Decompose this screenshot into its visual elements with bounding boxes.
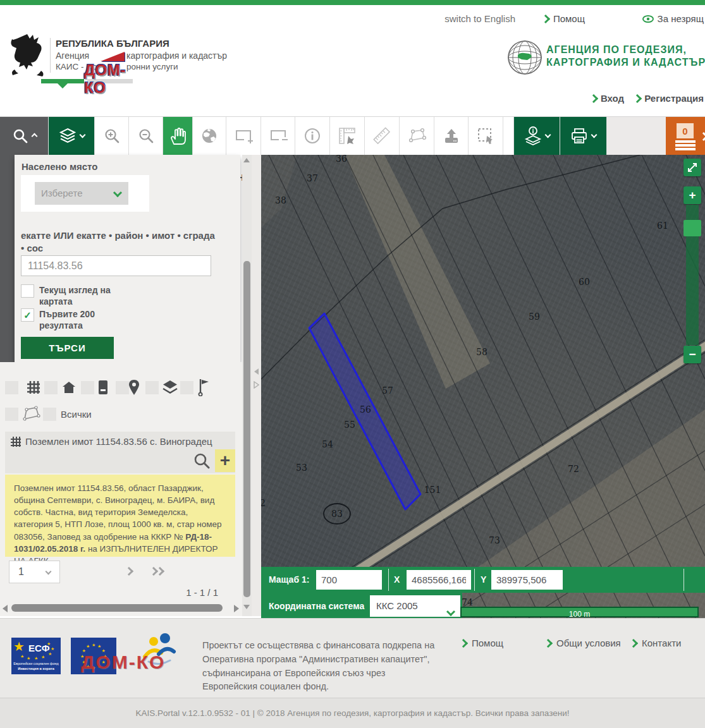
svg-text:151: 151 <box>424 485 441 495</box>
y-coordinate-input[interactable] <box>491 570 563 590</box>
polygon-icon <box>407 128 426 144</box>
page-select[interactable]: 1 <box>9 561 60 583</box>
help-link[interactable]: Помощ <box>543 13 585 25</box>
add-to-cart-button[interactable]: + <box>215 449 235 472</box>
filter-checkbox-layers[interactable] <box>145 381 159 394</box>
zoom-out-tool-button[interactable] <box>129 117 163 155</box>
scroll-up-arrow[interactable] <box>243 158 250 162</box>
register-label: Регистрация <box>644 93 704 104</box>
register-link[interactable]: Регистрация <box>634 93 704 104</box>
utility-bar: switch to English Помощ За незрящ <box>0 5 705 32</box>
chevron-down-icon <box>446 607 455 616</box>
zoom-box-in-tool-button[interactable] <box>226 117 261 155</box>
geodesy-globe-icon <box>507 40 543 75</box>
collapse-panel-arrow[interactable] <box>254 368 259 375</box>
switch-language-link[interactable]: switch to English <box>444 13 515 24</box>
search-tool-button[interactable] <box>0 117 49 155</box>
chevron-right-icon <box>629 639 638 648</box>
search-panel-edge <box>0 155 15 372</box>
zoom-box-out-tool-button[interactable] <box>261 117 295 155</box>
footer-help-link[interactable]: Помощ <box>460 638 503 649</box>
vertical-scrollbar-track[interactable] <box>242 155 252 616</box>
filter-checkbox-parcel[interactable] <box>5 381 18 394</box>
filter-checkbox-geodetic[interactable] <box>180 381 193 394</box>
print-tool-button[interactable] <box>560 117 607 155</box>
agency-logo-line1: АГЕНЦИЯ ПО ГЕОДЕЗИЯ, <box>546 44 687 56</box>
coordinate-system-bar: Координатна система ККС 2005 <box>261 593 462 618</box>
map-canvas[interactable]: 3637386160595857565554535215172737483 <box>261 155 705 618</box>
select-tool-button[interactable] <box>469 117 503 155</box>
last-page-icon-2[interactable] <box>156 567 164 576</box>
current-view-checkbox[interactable] <box>21 284 34 298</box>
zoom-out-icon <box>138 128 154 144</box>
fullscreen-icon <box>687 162 697 173</box>
map-overlay: 3637386160595857565554535215172737483 <box>261 155 705 618</box>
login-link[interactable]: Вход <box>591 93 624 104</box>
page-value: 1 <box>18 566 24 578</box>
measure-area-tool-button[interactable] <box>400 117 434 155</box>
search-panel: Населено място Изберете екатте ИЛИ екатт… <box>15 155 240 362</box>
expand-panel-arrow[interactable] <box>254 381 259 389</box>
accessibility-link[interactable]: За незрящ <box>642 13 704 25</box>
layers-tool-button[interactable] <box>49 117 95 155</box>
pan-tool-button[interactable] <box>163 117 193 155</box>
fullscreen-button[interactable] <box>684 159 701 176</box>
upload-tool-button[interactable] <box>434 117 469 155</box>
svg-text:38: 38 <box>275 195 286 205</box>
vertical-scrollbar-thumb[interactable] <box>243 261 250 597</box>
x-coordinate-input[interactable] <box>407 570 471 590</box>
map-scalebar: 100 m <box>460 607 699 617</box>
top-accent-strip <box>0 0 705 5</box>
scroll-down-arrow[interactable] <box>243 605 250 609</box>
help-label: Помощ <box>553 13 585 24</box>
results-panel: Всички Поземлен имот 11154.83.56 с. Вино… <box>0 362 242 616</box>
scale-ratio-prefix: 1: <box>302 574 309 585</box>
result-header-bar[interactable]: Поземлен имот 11154.83.56 с. Виноградец … <box>5 432 235 473</box>
measure-coordinates-tool-button[interactable] <box>330 117 365 155</box>
agency-logo-line2: КАРТОГРАФИЯ И КАДАСТЪР <box>546 57 705 68</box>
cart-button[interactable]: 0 <box>666 117 705 155</box>
horizontal-scrollbar-thumb[interactable] <box>11 604 223 612</box>
settlement-select[interactable]: Изберете <box>35 182 128 205</box>
zoom-slider-thumb[interactable] <box>684 220 701 236</box>
code-search-input[interactable] <box>21 255 211 276</box>
footer-project-text: Проектът се осъществява с финансовата по… <box>202 639 435 694</box>
filter-checkbox-polygon[interactable] <box>5 408 18 421</box>
world-extent-tool-button[interactable] <box>193 117 226 155</box>
info-tool-button[interactable] <box>295 117 330 155</box>
zoom-in-icon <box>104 128 120 144</box>
all-checkbox[interactable] <box>43 408 56 421</box>
domko-text: ДОМ-КО <box>84 61 133 97</box>
map-toolbar: 0 <box>0 117 705 155</box>
search-button[interactable]: ТЪРСИ <box>21 337 114 359</box>
footer-terms-link[interactable]: Общи условия <box>545 638 621 649</box>
chevron-right-icon <box>589 94 598 103</box>
zoom-in-map-button[interactable]: + <box>684 186 701 204</box>
first-200-checkbox[interactable] <box>21 308 34 322</box>
login-label: Вход <box>601 93 624 104</box>
filter-checkbox-building[interactable] <box>81 381 94 394</box>
cart-count-badge: 0 <box>682 126 687 136</box>
zoom-in-tool-button[interactable] <box>95 117 129 155</box>
zoom-to-result-icon[interactable] <box>193 452 210 469</box>
svg-text:56: 56 <box>360 404 371 415</box>
header: РЕПУБЛИКА БЪЛГАРИЯ Агенция картография и… <box>0 32 705 79</box>
footer-contacts-link[interactable]: Контакти <box>630 638 681 649</box>
corner-ruler-icon <box>338 127 356 145</box>
scale-label: Мащаб <box>269 574 299 585</box>
filter-checkbox-point[interactable] <box>116 381 129 394</box>
filter-checkbox-address[interactable] <box>44 381 58 394</box>
scroll-right-arrow[interactable] <box>234 605 239 612</box>
next-page-icon[interactable] <box>125 567 133 576</box>
measure-distance-tool-button[interactable] <box>365 117 400 155</box>
active-tab-indicator <box>41 79 84 83</box>
scale-input[interactable] <box>316 570 382 590</box>
zoom-out-map-button[interactable]: − <box>684 346 701 363</box>
building-door-icon <box>98 380 108 395</box>
coordinate-system-select[interactable]: ККС 2005 <box>370 595 460 617</box>
layers-diamond-icon <box>162 380 178 395</box>
copyright-bar: KAIS.Portal v.12.1.0.9532 - 01 | © 2018 … <box>0 698 705 728</box>
info-layers-tool-button[interactable] <box>514 117 560 155</box>
scroll-left-arrow[interactable] <box>3 605 8 612</box>
copyright-text: KAIS.Portal v.12.1.0.9532 - 01 | © 2018 … <box>136 708 570 718</box>
